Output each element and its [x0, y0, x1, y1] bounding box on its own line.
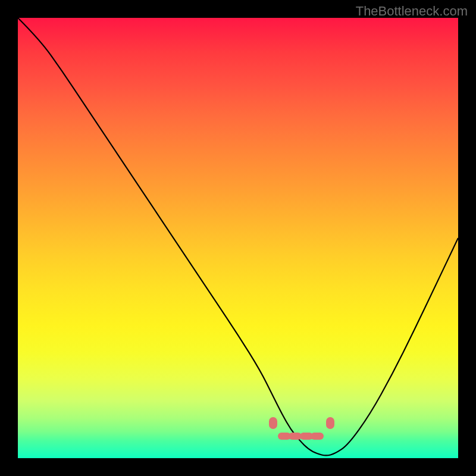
chart-plot-area	[18, 18, 458, 458]
range-marker-right	[326, 417, 334, 429]
bottleneck-curve	[18, 18, 458, 458]
attribution-text: TheBottleneck.com	[356, 4, 468, 19]
range-marker-bottom-3	[311, 433, 324, 440]
range-marker-left	[269, 417, 277, 429]
